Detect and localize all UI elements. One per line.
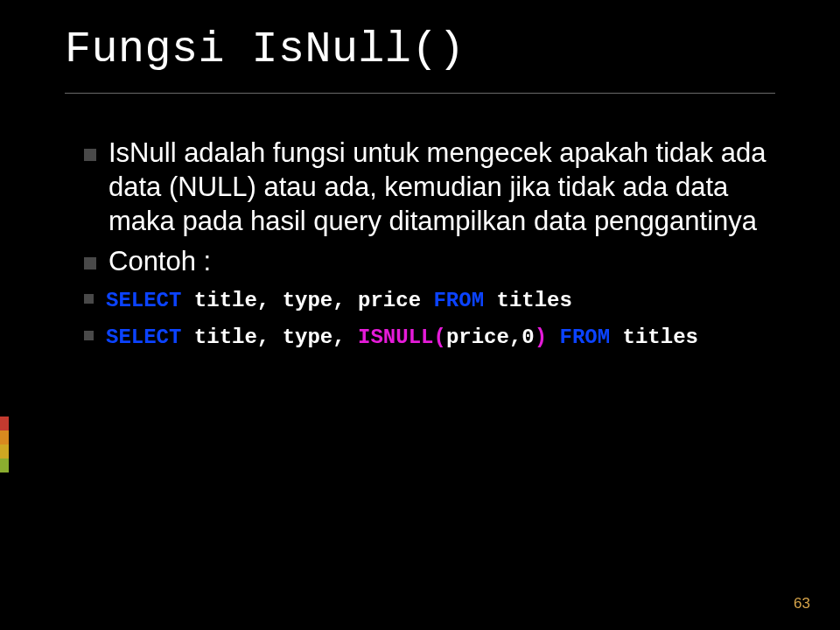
code-text: title, type,: [181, 326, 358, 349]
paren-open: (: [433, 326, 445, 349]
bullet-item-2: Contoh :: [84, 245, 779, 279]
keyword-from: FROM: [433, 289, 484, 312]
slide: Fungsi IsNull() IsNull adalah fungsi unt…: [0, 0, 840, 630]
function-isnull: ISNULL: [358, 326, 433, 349]
code-line: SELECT title, type, price FROM titles: [106, 286, 572, 316]
code-text: titles: [610, 326, 698, 349]
square-bullet-icon: [84, 331, 94, 340]
slide-title: Fungsi IsNull(): [65, 24, 466, 74]
bullet-item-1: IsNull adalah fungsi untuk mengecek apak…: [84, 136, 779, 238]
accent-bar-green: [0, 458, 9, 472]
keyword-select: SELECT: [106, 289, 181, 312]
paragraph-text: Contoh :: [108, 245, 211, 279]
bullet-item-code-2: SELECT title, type, ISNULL(price,0) FROM…: [84, 323, 779, 353]
accent-bar-red: [0, 416, 9, 430]
bullet-item-code-1: SELECT title, type, price FROM titles: [84, 286, 779, 316]
content-area: IsNull adalah fungsi untuk mengecek apak…: [84, 136, 779, 359]
code-text: titles: [484, 289, 572, 312]
square-bullet-icon: [84, 149, 96, 161]
page-number: 63: [794, 595, 810, 612]
paragraph-text: IsNull adalah fungsi untuk mengecek apak…: [108, 136, 779, 238]
code-args: price,0: [446, 326, 535, 349]
accent-bar-orange: [0, 430, 9, 444]
code-text: title, type, price: [181, 289, 433, 312]
keyword-select: SELECT: [106, 326, 181, 349]
square-bullet-icon: [84, 294, 94, 304]
paren-close: ): [535, 326, 547, 349]
square-bullet-icon: [84, 257, 96, 270]
code-space: [547, 326, 559, 349]
accent-bar-yellow: [0, 444, 9, 458]
code-line: SELECT title, type, ISNULL(price,0) FROM…: [106, 323, 698, 353]
title-underline: [65, 93, 775, 94]
accent-bars: [0, 416, 9, 472]
keyword-from: FROM: [560, 326, 611, 349]
